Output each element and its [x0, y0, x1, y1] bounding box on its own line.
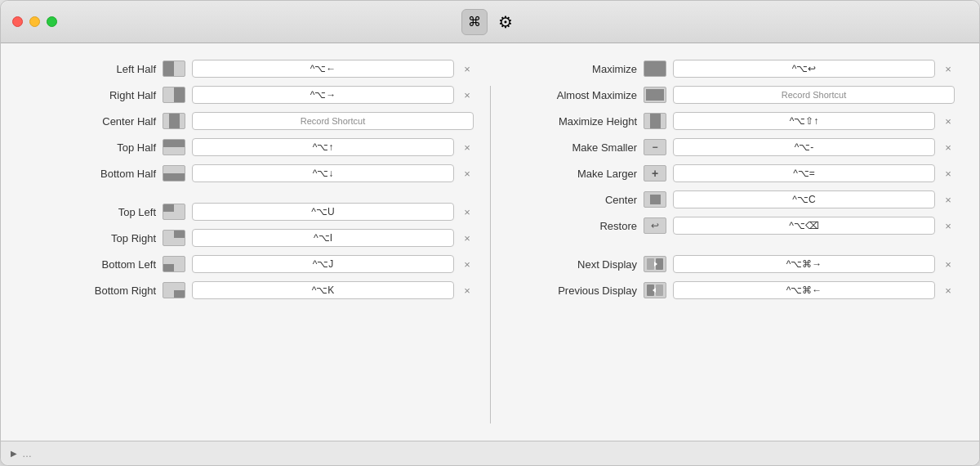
top-right-icon	[163, 230, 185, 246]
statusbar: ▶ …	[1, 441, 979, 465]
center-half-label: Center Half	[25, 115, 156, 128]
next-display-icon	[644, 256, 666, 272]
top-left-label: Top Left	[25, 206, 156, 218]
titlebar: ⌘ ⚙	[1, 1, 979, 43]
bottom-left-shortcut[interactable]: ^⌥J	[192, 255, 454, 273]
bottom-right-shortcut[interactable]: ^⌥K	[192, 281, 454, 299]
make-smaller-icon: −	[644, 139, 666, 155]
left-column: Left Half ^⌥← × Right Half ^⌥→ × Center …	[25, 60, 474, 432]
top-half-label: Top Half	[25, 141, 156, 154]
close-button[interactable]	[12, 16, 23, 27]
maximize-height-label: Maximize Height	[506, 115, 637, 128]
right-half-icon	[163, 87, 185, 103]
make-smaller-label: Make Smaller	[506, 141, 637, 154]
almost-maximize-icon	[644, 87, 666, 103]
bottom-half-label: Bottom Half	[25, 168, 156, 180]
gear-icon[interactable]: ⚙	[492, 9, 519, 35]
top-right-label: Top Right	[25, 232, 156, 244]
left-half-row: Left Half ^⌥← ×	[25, 60, 474, 78]
titlebar-icons: ⌘ ⚙	[461, 9, 519, 35]
right-half-shortcut[interactable]: ^⌥→	[192, 86, 454, 104]
left-half-icon	[163, 60, 185, 77]
restore-shortcut[interactable]: ^⌥⌫	[673, 217, 935, 235]
status-dots: …	[22, 448, 32, 459]
center-clear[interactable]: ×	[942, 193, 955, 206]
maximize-shortcut[interactable]: ^⌥↩	[673, 60, 935, 78]
top-right-row: Top Right ^⌥I ×	[25, 229, 474, 247]
next-display-clear[interactable]: ×	[942, 258, 955, 271]
bottom-half-row: Bottom Half ^⌥↓ ×	[25, 164, 474, 182]
make-larger-shortcut[interactable]: ^⌥=	[673, 164, 935, 182]
svg-rect-4	[656, 285, 663, 296]
bottom-right-icon	[163, 282, 185, 298]
maximize-height-shortcut[interactable]: ^⌥⇧↑	[673, 112, 935, 130]
top-right-shortcut[interactable]: ^⌥I	[192, 229, 454, 247]
top-left-clear[interactable]: ×	[461, 205, 474, 218]
right-half-clear[interactable]: ×	[461, 88, 474, 101]
svg-rect-0	[647, 258, 654, 270]
restore-row: Restore ↩ ^⌥⌫ ×	[506, 217, 955, 235]
maximize-clear[interactable]: ×	[942, 62, 955, 75]
top-half-icon	[163, 139, 185, 155]
top-half-shortcut[interactable]: ^⌥↑	[192, 138, 454, 156]
bottom-left-icon	[163, 256, 185, 272]
fullscreen-button[interactable]	[47, 16, 57, 27]
traffic-lights	[12, 16, 57, 27]
maximize-row: Maximize ^⌥↩ ×	[506, 60, 955, 78]
next-display-shortcut[interactable]: ^⌥⌘→	[673, 255, 935, 273]
almost-maximize-shortcut[interactable]: Record Shortcut	[673, 86, 955, 104]
make-larger-row: Make Larger + ^⌥= ×	[506, 164, 955, 182]
top-half-clear[interactable]: ×	[461, 141, 474, 154]
center-half-shortcut[interactable]: Record Shortcut	[192, 112, 474, 130]
almost-maximize-label: Almost Maximize	[506, 89, 637, 101]
prev-display-clear[interactable]: ×	[942, 284, 955, 297]
prev-display-label: Previous Display	[506, 285, 637, 297]
window: ⌘ ⚙ Left Half ^⌥← × Right Half	[0, 0, 980, 466]
top-left-row: Top Left ^⌥U ×	[25, 203, 474, 221]
right-half-label: Right Half	[25, 89, 156, 101]
left-half-shortcut[interactable]: ^⌥←	[192, 60, 454, 78]
restore-icon: ↩	[644, 217, 666, 234]
make-smaller-row: Make Smaller − ^⌥- ×	[506, 138, 955, 156]
bottom-half-clear[interactable]: ×	[461, 167, 474, 180]
prev-display-icon	[644, 282, 666, 298]
make-smaller-shortcut[interactable]: ^⌥-	[673, 138, 935, 156]
center-half-icon	[163, 113, 185, 129]
column-divider	[490, 86, 491, 423]
bottom-right-clear[interactable]: ×	[461, 284, 474, 297]
top-left-icon	[163, 204, 185, 220]
restore-label: Restore	[506, 220, 637, 232]
make-larger-clear[interactable]: ×	[942, 167, 955, 180]
center-half-row: Center Half Record Shortcut	[25, 112, 474, 130]
center-icon	[644, 191, 666, 208]
bottom-right-row: Bottom Right ^⌥K ×	[25, 281, 474, 299]
restore-clear[interactable]: ×	[942, 219, 955, 232]
maximize-label: Maximize	[506, 63, 637, 75]
play-button[interactable]: ▶	[11, 449, 17, 458]
center-shortcut[interactable]: ^⌥C	[673, 190, 935, 208]
left-half-clear[interactable]: ×	[461, 62, 474, 75]
maximize-height-icon	[644, 113, 666, 129]
center-label: Center	[506, 194, 637, 206]
make-larger-icon: +	[644, 165, 666, 181]
center-row: Center ^⌥C ×	[506, 190, 955, 208]
make-larger-label: Make Larger	[506, 168, 637, 180]
maximize-height-row: Maximize Height ^⌥⇧↑ ×	[506, 112, 955, 130]
bottom-left-clear[interactable]: ×	[461, 258, 474, 271]
bottom-left-label: Bottom Left	[25, 258, 156, 271]
top-half-row: Top Half ^⌥↑ ×	[25, 138, 474, 156]
maximize-height-clear[interactable]: ×	[942, 114, 955, 128]
top-left-shortcut[interactable]: ^⌥U	[192, 203, 454, 221]
top-right-clear[interactable]: ×	[461, 231, 474, 244]
prev-display-row: Previous Display ^⌥⌘← ×	[506, 281, 955, 299]
almost-maximize-row: Almost Maximize Record Shortcut	[506, 86, 955, 104]
bottom-half-icon	[163, 165, 185, 181]
prev-display-shortcut[interactable]: ^⌥⌘←	[673, 281, 935, 299]
right-column: Maximize ^⌥↩ × Almost Maximize Record Sh…	[506, 60, 955, 432]
bottom-half-shortcut[interactable]: ^⌥↓	[192, 164, 454, 182]
minimize-button[interactable]	[29, 16, 40, 27]
left-half-label: Left Half	[25, 63, 156, 75]
next-display-row: Next Display ^⌥⌘→ ×	[506, 255, 955, 273]
make-smaller-clear[interactable]: ×	[942, 141, 955, 154]
keyboard-icon[interactable]: ⌘	[461, 9, 488, 35]
